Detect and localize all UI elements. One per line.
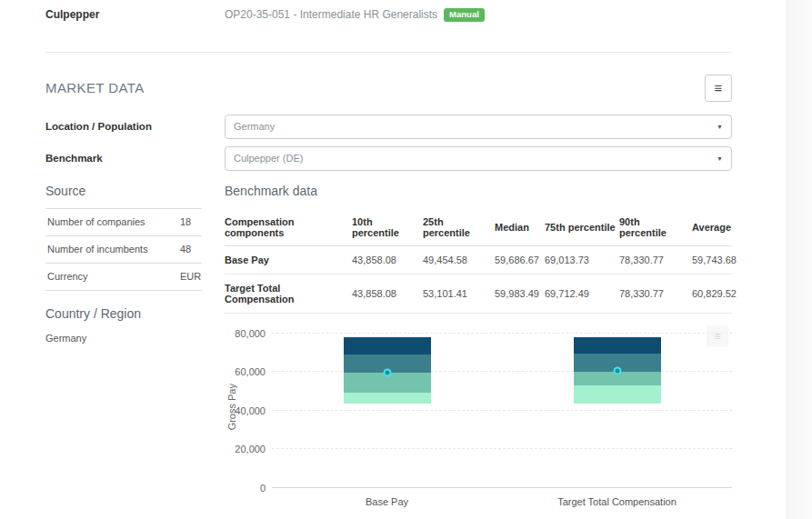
benchmark-table: Compensation components 10th percentile …	[225, 209, 732, 314]
column-header: 25th percentile	[423, 209, 495, 246]
source-heading: Source	[45, 184, 202, 198]
average-marker[interactable]	[613, 366, 621, 374]
column-header: 10th percentile	[352, 209, 423, 246]
column-header: 90th percentile	[619, 209, 692, 246]
table-header-row: Compensation components 10th percentile …	[225, 209, 732, 246]
benchmark-column: Benchmark data Compensation components 1…	[225, 184, 732, 507]
y-tick-label: 0	[260, 483, 266, 494]
table-row: Currency EUR	[45, 263, 202, 290]
x-axis-labels: Base PayTarget Total Compensation	[272, 496, 732, 507]
cell-value: 69,013.73	[545, 245, 619, 274]
position-title: OP20-35-051 - Intermediate HR Generalist…	[225, 8, 437, 21]
cell-value: 43,858.08	[352, 274, 423, 313]
x-category-label: Target Total Compensation	[502, 496, 732, 507]
component-name: Base Pay	[225, 245, 352, 274]
benchmark-select-value: Culpepper (DE)	[234, 153, 303, 164]
page-gutter	[786, 0, 812, 519]
column-header: 75th percentile	[545, 209, 619, 246]
column-header: Median	[495, 209, 545, 246]
page-title: MARKET DATA	[45, 80, 145, 95]
x-category-label: Base Pay	[272, 496, 502, 507]
y-tick-label: 80,000	[235, 328, 266, 339]
chart-context-menu-button[interactable]: ≡	[707, 325, 728, 347]
hamburger-icon: ≡	[715, 80, 723, 95]
percentile-band[interactable]	[574, 385, 661, 404]
column-header: Average	[692, 209, 732, 246]
topbar: Culpepper OP20-35-051 - Intermediate HR …	[0, 0, 812, 22]
source-row-label: Currency	[45, 263, 178, 290]
cell-value: 78,330.77	[619, 245, 692, 274]
cell-value: 78,330.77	[619, 274, 692, 313]
benchmark-filter-row: Benchmark Culpepper (DE) ▼	[45, 146, 732, 171]
percentile-chart: Gross Pay 020,00040,00060,00080,000 ≡	[225, 326, 732, 488]
source-row-label: Number of incumbents	[45, 235, 178, 263]
country-region-value: Germany	[45, 333, 202, 344]
y-tick-label: 40,000	[235, 405, 266, 416]
cell-value: 43,858.08	[352, 245, 423, 274]
location-label: Location / Population	[45, 121, 225, 132]
chevron-down-icon: ▼	[717, 124, 723, 130]
category-slot	[272, 326, 502, 488]
position-info: OP20-35-051 - Intermediate HR Generalist…	[225, 8, 732, 22]
chevron-down-icon: ▼	[717, 155, 723, 162]
y-axis-ticks: 020,00040,00060,00080,000	[239, 326, 272, 488]
source-row-value: EUR	[178, 263, 202, 290]
content-columns: Source Number of companies 18 Number of …	[45, 184, 732, 507]
y-tick-label: 20,000	[235, 444, 266, 454]
component-name: Target Total Compensation	[225, 274, 352, 313]
manual-badge: Manual	[444, 8, 485, 22]
y-tick-label: 60,000	[235, 366, 266, 377]
source-table: Number of companies 18 Number of incumbe…	[45, 208, 202, 291]
table-row: Number of companies 18	[45, 208, 202, 235]
vendor-label: Culpepper	[45, 8, 225, 21]
location-select-value: Germany	[234, 121, 275, 132]
column-header: Compensation components	[225, 209, 352, 246]
table-row: Target Total Compensation 43,858.08 53,1…	[225, 274, 732, 313]
source-row-value: 48	[178, 235, 202, 263]
section-menu-button[interactable]: ≡	[705, 75, 732, 102]
header-divider	[45, 52, 732, 53]
source-row-value: 18	[178, 208, 202, 235]
category-slot	[502, 326, 732, 488]
cell-value: 59,686.67	[495, 245, 545, 274]
cell-value: 59,743.68	[692, 245, 732, 274]
percentile-band[interactable]	[574, 337, 661, 354]
chart-menu-icon: ≡	[714, 330, 720, 343]
average-marker[interactable]	[383, 368, 391, 376]
source-row-label: Number of companies	[45, 208, 178, 235]
benchmark-label: Benchmark	[45, 153, 225, 164]
cell-value: 59,983.49	[495, 274, 545, 313]
table-row: Base Pay 43,858.08 49,454.58 59,686.67 6…	[225, 245, 732, 274]
cell-value: 69,712.49	[545, 274, 619, 313]
percentile-band[interactable]	[344, 337, 431, 355]
location-select[interactable]: Germany ▼	[225, 115, 732, 139]
source-column: Source Number of companies 18 Number of …	[45, 184, 225, 507]
table-row: Number of incumbents 48	[45, 235, 202, 263]
location-filter-row: Location / Population Germany ▼	[45, 115, 732, 139]
cell-value: 60,829.52	[692, 274, 732, 313]
benchmark-data-heading: Benchmark data	[225, 184, 732, 198]
percentile-band[interactable]	[344, 393, 431, 404]
section-header: MARKET DATA ≡	[45, 75, 732, 102]
cell-value: 53,101.41	[423, 274, 495, 313]
chart-plot-area	[272, 326, 732, 488]
benchmark-select[interactable]: Culpepper (DE) ▼	[225, 146, 732, 171]
country-region-heading: Country / Region	[45, 306, 202, 321]
cell-value: 49,454.58	[423, 245, 495, 274]
